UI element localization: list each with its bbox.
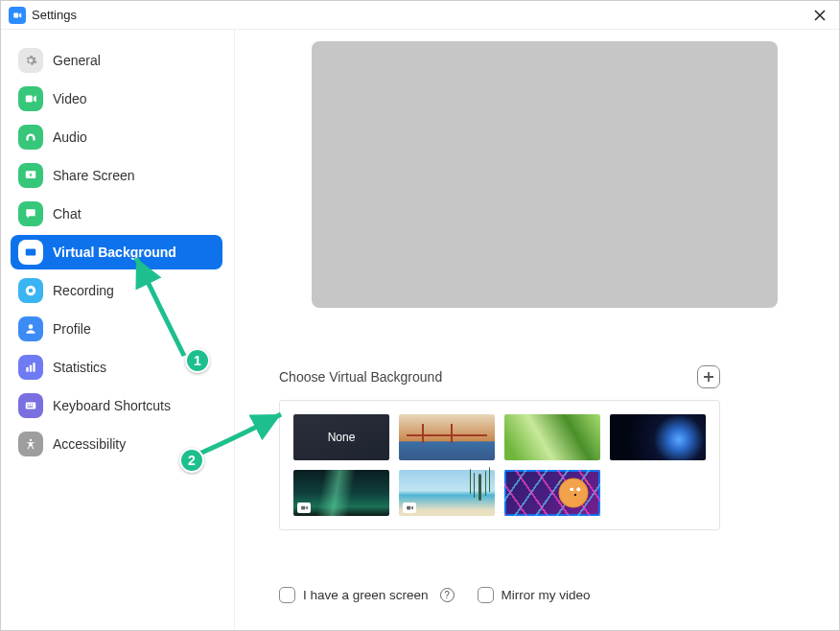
- bg-thumb-tiger[interactable]: [504, 470, 600, 516]
- settings-window: Settings GeneralVideoAudioShare ScreenCh…: [0, 0, 840, 631]
- video-badge-icon: [403, 502, 416, 513]
- sidebar-item-video[interactable]: Video: [11, 82, 222, 116]
- content-panel: Choose Virtual Background None I have a …: [235, 30, 839, 630]
- help-icon[interactable]: ?: [440, 588, 455, 602]
- video-badge-icon: [297, 502, 311, 513]
- svg-point-4: [30, 250, 32, 252]
- sidebar-item-label: Recording: [53, 283, 114, 298]
- svg-point-16: [30, 439, 32, 441]
- vbg-icon: [18, 240, 43, 265]
- titlebar: Settings: [1, 1, 839, 30]
- profile-icon: [18, 316, 43, 341]
- svg-rect-18: [407, 506, 410, 510]
- sidebar: GeneralVideoAudioShare ScreenChatVirtual…: [1, 30, 235, 630]
- svg-rect-1: [26, 96, 33, 103]
- sidebar-item-general[interactable]: General: [11, 43, 222, 78]
- sidebar-item-label: Accessibility: [53, 436, 126, 452]
- footer-options: I have a green screen ? Mirror my video: [279, 587, 816, 611]
- share-icon: [18, 163, 43, 188]
- svg-rect-15: [28, 407, 34, 408]
- svg-rect-8: [26, 367, 28, 372]
- svg-point-7: [29, 324, 34, 329]
- a11y-icon: [18, 432, 43, 456]
- sidebar-item-a11y[interactable]: Accessibility: [11, 427, 222, 461]
- mirror-video-label: Mirror my video: [502, 588, 591, 602]
- sidebar-item-audio[interactable]: Audio: [11, 120, 222, 154]
- audio-icon: [18, 125, 43, 150]
- plus-icon: [703, 371, 714, 383]
- sidebar-item-profile[interactable]: Profile: [11, 312, 222, 346]
- background-thumbnails: None: [279, 400, 720, 530]
- sidebar-item-share[interactable]: Share Screen: [11, 158, 222, 193]
- sidebar-item-shortcuts[interactable]: Keyboard Shortcuts: [11, 388, 222, 423]
- sidebar-item-label: Chat: [53, 206, 82, 222]
- sidebar-item-label: Video: [53, 91, 87, 106]
- stats-icon: [18, 355, 43, 380]
- sidebar-item-label: Virtual Background: [53, 245, 176, 260]
- video-icon: [18, 86, 43, 111]
- sidebar-item-stats[interactable]: Statistics: [11, 350, 222, 385]
- close-button[interactable]: [808, 4, 831, 27]
- general-icon: [18, 48, 43, 73]
- svg-rect-14: [32, 404, 33, 405]
- body: GeneralVideoAudioShare ScreenChatVirtual…: [1, 30, 839, 630]
- sidebar-item-label: Keyboard Shortcuts: [53, 398, 171, 413]
- green-screen-checkbox[interactable]: I have a green screen ?: [279, 587, 455, 603]
- svg-point-6: [29, 289, 34, 293]
- sidebar-item-label: Share Screen: [53, 168, 135, 183]
- choose-label: Choose Virtual Background: [279, 369, 442, 385]
- bg-thumb-bridge[interactable]: [399, 414, 495, 460]
- bg-thumb-earth[interactable]: [610, 414, 706, 460]
- checkbox-icon: [478, 587, 494, 603]
- svg-rect-17: [301, 506, 305, 510]
- sidebar-item-recording[interactable]: Recording: [11, 273, 222, 308]
- add-background-button[interactable]: [697, 365, 720, 388]
- svg-rect-9: [30, 365, 32, 372]
- green-screen-label: I have a green screen: [303, 588, 429, 602]
- svg-rect-11: [26, 403, 36, 409]
- sidebar-item-vbg[interactable]: Virtual Background: [11, 235, 222, 269]
- sidebar-item-label: Statistics: [53, 360, 106, 375]
- bg-thumb-aurora[interactable]: [293, 470, 389, 516]
- bg-thumb-none-label: None: [328, 431, 356, 444]
- shortcuts-icon: [18, 393, 43, 418]
- app-icon: [9, 7, 26, 24]
- bg-thumb-beach[interactable]: [399, 470, 495, 516]
- sidebar-item-chat[interactable]: Chat: [11, 197, 222, 231]
- svg-rect-10: [33, 362, 35, 371]
- close-icon: [814, 10, 826, 21]
- bg-thumb-none[interactable]: None: [293, 414, 389, 460]
- sidebar-item-label: General: [53, 53, 101, 68]
- mirror-video-checkbox[interactable]: Mirror my video: [478, 587, 591, 603]
- svg-rect-0: [13, 12, 18, 17]
- video-preview: [312, 41, 778, 308]
- sidebar-item-label: Audio: [53, 129, 87, 145]
- window-title: Settings: [32, 8, 77, 22]
- sidebar-item-label: Profile: [53, 321, 91, 337]
- choose-row: Choose Virtual Background: [279, 365, 720, 388]
- recording-icon: [18, 278, 43, 303]
- bg-thumb-grass[interactable]: [504, 414, 600, 460]
- svg-rect-13: [30, 404, 31, 405]
- svg-rect-12: [28, 404, 29, 405]
- checkbox-icon: [279, 587, 295, 603]
- chat-icon: [18, 201, 43, 226]
